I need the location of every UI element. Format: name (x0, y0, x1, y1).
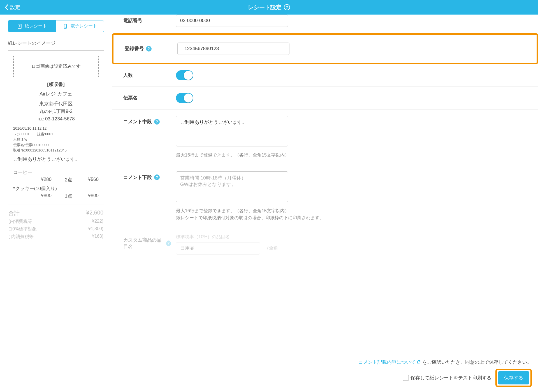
test-print-checkbox[interactable]: 保存して紙レシートをテスト印刷する (403, 375, 491, 381)
tab-digital-label: 電子レシート (70, 23, 97, 29)
phone-icon (62, 24, 68, 29)
help-icon[interactable]: ? (284, 4, 290, 10)
receipt-icon (17, 24, 22, 29)
label-slip: 伝票名 (123, 93, 171, 101)
receipt-type-tabs: 紙レシート 電子レシート (8, 20, 104, 32)
row-regnum: 登録番号? (112, 35, 538, 63)
app-header: 設定 レシート設定 ? (0, 0, 538, 15)
footer-note: コメント記載内容について をご確認いただき、同意の上で保存してください。 (358, 359, 532, 365)
custom-sub: 標準税率（10%）の品目名 (176, 234, 530, 240)
row-custom-item: カスタム商品の品目名? 標準税率（10%）の品目名 （全角 (112, 228, 538, 261)
logo-placeholder: ロゴ画像は設定済みです (13, 56, 99, 77)
comment-policy-link[interactable]: コメント記載内容について (358, 360, 422, 365)
receipt-tel: TEL: 03-1234-5678 (13, 116, 99, 122)
receipt-items: コーヒー ¥2802点¥560 *クッキー(10個入り) ¥8001点¥800 (13, 169, 99, 199)
tab-paper-label: 紙レシート (25, 23, 47, 29)
svg-point-4 (65, 27, 66, 28)
external-link-icon (417, 360, 421, 364)
label-comment-bottom: コメント下段? (123, 171, 171, 181)
people-toggle[interactable] (176, 70, 193, 80)
comment-bottom-input[interactable] (176, 171, 288, 202)
help-icon[interactable]: ? (166, 241, 171, 246)
receipt-addr1: 東京都千代田区 (13, 100, 99, 108)
slip-toggle[interactable] (176, 93, 193, 103)
highlight-save: 保存する (495, 369, 532, 387)
receipt-addr2: 丸の内1丁目9-2 (13, 108, 99, 115)
settings-form: 電話番号 登録番号? 人数 伝票名 コメント中段? 最大16行まで登録できます。… (112, 15, 538, 392)
custom-input[interactable] (176, 242, 260, 255)
page-title-text: レシート設定 (248, 4, 282, 11)
comment-mid-hint: 最大16行まで登録できます。（各行、全角15文字以内） (176, 151, 530, 159)
row-people: 人数 (112, 64, 538, 87)
receipt-message: ご利用ありがとうございます。 (13, 156, 99, 162)
comment-bottom-hint: 最大16行まで登録できます。（各行、全角15文字以内） 紙レシートで印紙税納付対… (176, 207, 530, 221)
custom-suffix: （全角 (265, 245, 278, 251)
page-title: レシート設定 ? (248, 4, 290, 11)
label-phone: 電話番号 (123, 15, 171, 24)
highlight-registration: 登録番号? (112, 33, 538, 64)
phone-input[interactable] (176, 15, 288, 27)
footer-bar: コメント記載内容について をご確認いただき、同意の上で保存してください。 保存し… (0, 355, 538, 392)
receipt-totals: 合計¥2,600 (内消費税等¥222) (10%標準対象¥1,800) ( 内… (8, 205, 104, 241)
receipt-meta: 2016/05/10 11:12:12レジ:0001 担当:0001人数:1名伝… (13, 126, 99, 153)
comment-mid-input[interactable] (176, 116, 288, 146)
receipt-title: [領収書] (13, 81, 99, 88)
regnum-input[interactable] (177, 43, 289, 55)
tab-paper[interactable]: 紙レシート (8, 20, 56, 32)
row-comment-mid: コメント中段? 最大16行まで登録できます。（各行、全角15文字以内） (112, 109, 538, 165)
preview-heading: 紙レシートのイメージ (8, 40, 104, 46)
save-button[interactable]: 保存する (498, 371, 529, 384)
row-comment-bottom: コメント下段? 最大16行まで登録できます。（各行、全角15文字以内） 紙レシー… (112, 165, 538, 228)
tab-digital[interactable]: 電子レシート (56, 20, 104, 32)
back-label: 設定 (10, 4, 20, 11)
sidebar: 紙レシート 電子レシート 紙レシートのイメージ ロゴ画像は設定済みです [領収書… (0, 15, 112, 392)
label-custom: カスタム商品の品目名? (123, 234, 171, 250)
label-people: 人数 (123, 70, 171, 78)
label-comment-mid: コメント中段? (123, 116, 171, 125)
back-button[interactable]: 設定 (4, 4, 20, 11)
receipt-preview: ロゴ画像は設定済みです [領収書] Airレジ カフェ 東京都千代田区 丸の内1… (8, 50, 104, 205)
receipt-shop: Airレジ カフェ (13, 90, 99, 97)
chevron-left-icon (4, 4, 8, 10)
help-icon[interactable]: ? (146, 46, 152, 52)
label-regnum: 登録番号? (125, 43, 172, 52)
row-phone: 電話番号 (112, 15, 538, 33)
help-icon[interactable]: ? (154, 174, 160, 180)
help-icon[interactable]: ? (154, 119, 160, 125)
row-slip: 伝票名 (112, 87, 538, 109)
